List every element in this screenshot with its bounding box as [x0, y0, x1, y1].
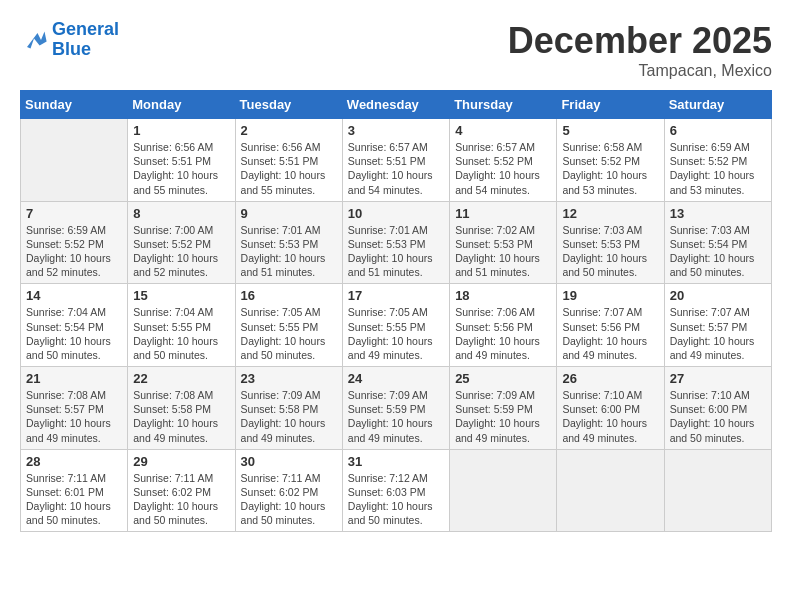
calendar-cell: 21Sunrise: 7:08 AMSunset: 5:57 PMDayligh… — [21, 367, 128, 450]
day-number: 27 — [670, 371, 766, 386]
header-tuesday: Tuesday — [235, 91, 342, 119]
calendar-cell: 2Sunrise: 6:56 AMSunset: 5:51 PMDaylight… — [235, 119, 342, 202]
header-wednesday: Wednesday — [342, 91, 449, 119]
calendar-cell: 27Sunrise: 7:10 AMSunset: 6:00 PMDayligh… — [664, 367, 771, 450]
day-info: Sunrise: 7:09 AMSunset: 5:59 PMDaylight:… — [348, 388, 444, 445]
day-info: Sunrise: 7:09 AMSunset: 5:59 PMDaylight:… — [455, 388, 551, 445]
day-info: Sunrise: 7:05 AMSunset: 5:55 PMDaylight:… — [348, 305, 444, 362]
calendar-cell: 24Sunrise: 7:09 AMSunset: 5:59 PMDayligh… — [342, 367, 449, 450]
day-info: Sunrise: 7:07 AMSunset: 5:56 PMDaylight:… — [562, 305, 658, 362]
day-number: 26 — [562, 371, 658, 386]
day-info: Sunrise: 6:57 AMSunset: 5:52 PMDaylight:… — [455, 140, 551, 197]
day-number: 15 — [133, 288, 229, 303]
day-number: 16 — [241, 288, 337, 303]
day-info: Sunrise: 7:04 AMSunset: 5:55 PMDaylight:… — [133, 305, 229, 362]
day-number: 5 — [562, 123, 658, 138]
calendar-cell — [21, 119, 128, 202]
day-number: 24 — [348, 371, 444, 386]
svg-marker-0 — [27, 31, 47, 48]
day-info: Sunrise: 7:03 AMSunset: 5:53 PMDaylight:… — [562, 223, 658, 280]
calendar-cell: 8Sunrise: 7:00 AMSunset: 5:52 PMDaylight… — [128, 201, 235, 284]
day-number: 10 — [348, 206, 444, 221]
day-number: 17 — [348, 288, 444, 303]
calendar-cell: 6Sunrise: 6:59 AMSunset: 5:52 PMDaylight… — [664, 119, 771, 202]
page-header: General Blue December 2025 Tampacan, Mex… — [20, 20, 772, 80]
day-info: Sunrise: 7:05 AMSunset: 5:55 PMDaylight:… — [241, 305, 337, 362]
calendar-cell: 16Sunrise: 7:05 AMSunset: 5:55 PMDayligh… — [235, 284, 342, 367]
calendar-cell: 13Sunrise: 7:03 AMSunset: 5:54 PMDayligh… — [664, 201, 771, 284]
calendar-cell: 4Sunrise: 6:57 AMSunset: 5:52 PMDaylight… — [450, 119, 557, 202]
day-number: 13 — [670, 206, 766, 221]
calendar-cell: 22Sunrise: 7:08 AMSunset: 5:58 PMDayligh… — [128, 367, 235, 450]
header-sunday: Sunday — [21, 91, 128, 119]
month-title: December 2025 — [508, 20, 772, 62]
calendar-cell: 5Sunrise: 6:58 AMSunset: 5:52 PMDaylight… — [557, 119, 664, 202]
day-number: 7 — [26, 206, 122, 221]
calendar-cell: 3Sunrise: 6:57 AMSunset: 5:51 PMDaylight… — [342, 119, 449, 202]
day-number: 28 — [26, 454, 122, 469]
calendar-week-row: 14Sunrise: 7:04 AMSunset: 5:54 PMDayligh… — [21, 284, 772, 367]
calendar-cell: 23Sunrise: 7:09 AMSunset: 5:58 PMDayligh… — [235, 367, 342, 450]
calendar-week-row: 7Sunrise: 6:59 AMSunset: 5:52 PMDaylight… — [21, 201, 772, 284]
calendar-cell: 7Sunrise: 6:59 AMSunset: 5:52 PMDaylight… — [21, 201, 128, 284]
day-number: 6 — [670, 123, 766, 138]
day-info: Sunrise: 6:58 AMSunset: 5:52 PMDaylight:… — [562, 140, 658, 197]
day-info: Sunrise: 7:00 AMSunset: 5:52 PMDaylight:… — [133, 223, 229, 280]
day-info: Sunrise: 7:11 AMSunset: 6:02 PMDaylight:… — [241, 471, 337, 528]
calendar-cell: 25Sunrise: 7:09 AMSunset: 5:59 PMDayligh… — [450, 367, 557, 450]
calendar-cell: 9Sunrise: 7:01 AMSunset: 5:53 PMDaylight… — [235, 201, 342, 284]
day-number: 2 — [241, 123, 337, 138]
day-info: Sunrise: 6:59 AMSunset: 5:52 PMDaylight:… — [26, 223, 122, 280]
calendar-week-row: 21Sunrise: 7:08 AMSunset: 5:57 PMDayligh… — [21, 367, 772, 450]
day-info: Sunrise: 6:59 AMSunset: 5:52 PMDaylight:… — [670, 140, 766, 197]
calendar-cell: 12Sunrise: 7:03 AMSunset: 5:53 PMDayligh… — [557, 201, 664, 284]
header-thursday: Thursday — [450, 91, 557, 119]
day-info: Sunrise: 6:56 AMSunset: 5:51 PMDaylight:… — [241, 140, 337, 197]
day-info: Sunrise: 7:12 AMSunset: 6:03 PMDaylight:… — [348, 471, 444, 528]
day-number: 11 — [455, 206, 551, 221]
day-info: Sunrise: 7:03 AMSunset: 5:54 PMDaylight:… — [670, 223, 766, 280]
day-info: Sunrise: 7:10 AMSunset: 6:00 PMDaylight:… — [670, 388, 766, 445]
header-monday: Monday — [128, 91, 235, 119]
header-friday: Friday — [557, 91, 664, 119]
day-info: Sunrise: 7:02 AMSunset: 5:53 PMDaylight:… — [455, 223, 551, 280]
day-number: 23 — [241, 371, 337, 386]
day-number: 3 — [348, 123, 444, 138]
logo-text: General Blue — [52, 20, 119, 60]
calendar-cell: 18Sunrise: 7:06 AMSunset: 5:56 PMDayligh… — [450, 284, 557, 367]
calendar-week-row: 28Sunrise: 7:11 AMSunset: 6:01 PMDayligh… — [21, 449, 772, 532]
day-info: Sunrise: 7:11 AMSunset: 6:01 PMDaylight:… — [26, 471, 122, 528]
calendar-cell: 1Sunrise: 6:56 AMSunset: 5:51 PMDaylight… — [128, 119, 235, 202]
day-number: 14 — [26, 288, 122, 303]
calendar-cell: 14Sunrise: 7:04 AMSunset: 5:54 PMDayligh… — [21, 284, 128, 367]
day-info: Sunrise: 7:08 AMSunset: 5:58 PMDaylight:… — [133, 388, 229, 445]
calendar-cell: 28Sunrise: 7:11 AMSunset: 6:01 PMDayligh… — [21, 449, 128, 532]
calendar-table: SundayMondayTuesdayWednesdayThursdayFrid… — [20, 90, 772, 532]
day-info: Sunrise: 7:04 AMSunset: 5:54 PMDaylight:… — [26, 305, 122, 362]
logo-icon — [20, 26, 48, 54]
calendar-cell: 30Sunrise: 7:11 AMSunset: 6:02 PMDayligh… — [235, 449, 342, 532]
day-info: Sunrise: 6:57 AMSunset: 5:51 PMDaylight:… — [348, 140, 444, 197]
calendar-cell: 31Sunrise: 7:12 AMSunset: 6:03 PMDayligh… — [342, 449, 449, 532]
calendar-cell: 19Sunrise: 7:07 AMSunset: 5:56 PMDayligh… — [557, 284, 664, 367]
calendar-cell: 11Sunrise: 7:02 AMSunset: 5:53 PMDayligh… — [450, 201, 557, 284]
calendar-cell: 29Sunrise: 7:11 AMSunset: 6:02 PMDayligh… — [128, 449, 235, 532]
calendar-cell — [557, 449, 664, 532]
day-info: Sunrise: 7:10 AMSunset: 6:00 PMDaylight:… — [562, 388, 658, 445]
calendar-cell: 10Sunrise: 7:01 AMSunset: 5:53 PMDayligh… — [342, 201, 449, 284]
day-number: 18 — [455, 288, 551, 303]
day-number: 1 — [133, 123, 229, 138]
calendar-cell: 15Sunrise: 7:04 AMSunset: 5:55 PMDayligh… — [128, 284, 235, 367]
header-saturday: Saturday — [664, 91, 771, 119]
day-number: 9 — [241, 206, 337, 221]
calendar-cell — [450, 449, 557, 532]
day-number: 19 — [562, 288, 658, 303]
day-info: Sunrise: 7:11 AMSunset: 6:02 PMDaylight:… — [133, 471, 229, 528]
day-number: 8 — [133, 206, 229, 221]
calendar-cell: 17Sunrise: 7:05 AMSunset: 5:55 PMDayligh… — [342, 284, 449, 367]
day-number: 4 — [455, 123, 551, 138]
day-number: 25 — [455, 371, 551, 386]
day-number: 22 — [133, 371, 229, 386]
day-number: 29 — [133, 454, 229, 469]
day-info: Sunrise: 7:01 AMSunset: 5:53 PMDaylight:… — [241, 223, 337, 280]
